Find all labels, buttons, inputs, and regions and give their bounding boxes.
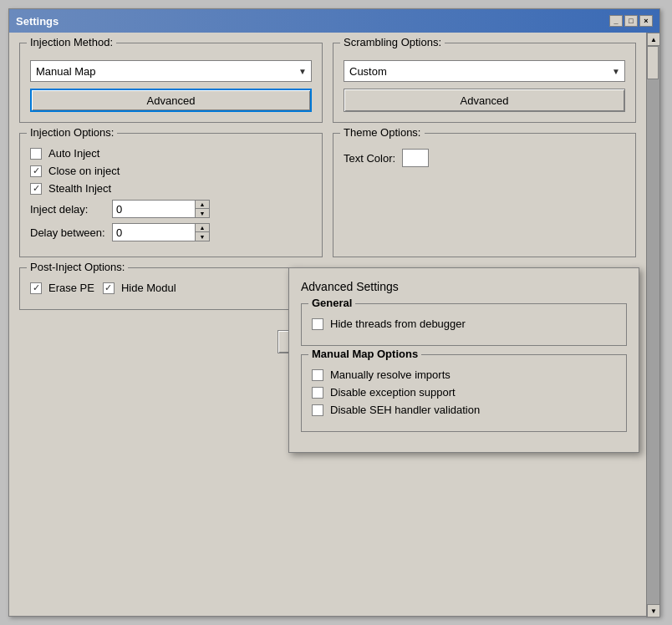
maximize-button[interactable]: □: [624, 15, 638, 27]
text-color-picker[interactable]: [402, 149, 429, 167]
general-group: General Hide threads from debugger: [301, 303, 627, 346]
stealth-inject-row: Stealth Inject: [30, 182, 312, 195]
delay-between-spinbox: ▲ ▼: [112, 223, 210, 241]
auto-inject-label: Auto Inject: [48, 147, 99, 160]
hide-module-label: Hide Modul: [121, 282, 176, 294]
title-bar-buttons: _ □ ×: [609, 15, 653, 27]
disable-exception-row: Disable exception support: [312, 386, 616, 399]
manually-resolve-checkbox[interactable]: [312, 369, 323, 381]
manually-resolve-row: Manually resolve imports: [312, 368, 616, 381]
post-inject-options-title: Post-Inject Options:: [27, 261, 128, 273]
title-bar: Settings _ □ ×: [9, 9, 659, 33]
disable-seh-row: Disable SEH handler validation: [312, 404, 616, 416]
scroll-up-button[interactable]: ▲: [647, 33, 660, 46]
advanced-settings-popup: Advanced Settings General Hide threads f…: [288, 267, 639, 453]
scrollbar: ▲ ▼: [646, 33, 659, 617]
delay-between-down-button[interactable]: ▼: [196, 232, 209, 241]
theme-options-group: Theme Options: Text Color:: [333, 133, 636, 257]
post-inject-options-group: Post-Inject Options: Erase PE Hide Modul: [19, 267, 323, 310]
hide-threads-checkbox[interactable]: [312, 318, 323, 330]
injection-method-title: Injection Method:: [27, 36, 116, 48]
close-button[interactable]: ×: [639, 15, 653, 27]
inject-delay-input[interactable]: [112, 200, 196, 218]
scroll-down-button[interactable]: ▼: [647, 604, 660, 617]
injection-method-group: Injection Method: Manual Map LoadLibrary…: [19, 43, 323, 123]
injection-method-dropdown[interactable]: Manual Map LoadLibrary LdrLoadDll: [30, 60, 312, 82]
hide-threads-row: Hide threads from debugger: [312, 318, 616, 330]
erase-pe-label: Erase PE: [48, 282, 94, 294]
inject-delay-label: Inject delay:: [30, 203, 105, 216]
inject-delay-down-button[interactable]: ▼: [196, 209, 209, 217]
erase-pe-row: Erase PE: [30, 282, 94, 294]
window-title: Settings: [16, 15, 59, 28]
disable-exception-checkbox[interactable]: [312, 387, 323, 399]
close-on-inject-label: Close on inject: [48, 165, 120, 177]
disable-seh-checkbox[interactable]: [312, 404, 323, 416]
injection-method-advanced-button[interactable]: Advanced: [30, 89, 312, 112]
scrambling-options-title: Scrambling Options:: [340, 36, 445, 48]
theme-options-title: Theme Options:: [340, 126, 425, 139]
disable-seh-label: Disable SEH handler validation: [330, 404, 480, 416]
manually-resolve-label: Manually resolve imports: [330, 368, 451, 381]
scroll-thumb[interactable]: [647, 46, 659, 79]
scrambling-options-group: Scrambling Options: Custom None Standard…: [333, 43, 636, 123]
delay-between-arrows: ▲ ▼: [196, 223, 210, 241]
auto-inject-row: Auto Inject: [30, 147, 312, 160]
post-inject-checkboxes-row: Erase PE Hide Modul: [30, 277, 312, 299]
auto-inject-checkbox[interactable]: [30, 148, 42, 160]
inject-delay-up-button[interactable]: ▲: [196, 201, 209, 209]
delay-between-up-button[interactable]: ▲: [196, 224, 209, 232]
minimize-button[interactable]: _: [609, 15, 623, 27]
manual-map-options-group: Manual Map Options Manually resolve impo…: [301, 354, 627, 432]
hide-threads-label: Hide threads from debugger: [330, 318, 466, 330]
inject-delay-arrows: ▲ ▼: [196, 200, 210, 218]
text-color-label: Text Color:: [344, 152, 395, 165]
disable-exception-label: Disable exception support: [330, 386, 456, 399]
injection-options-title: Injection Options:: [27, 126, 117, 139]
delay-between-row: Delay between: ▲ ▼: [30, 223, 312, 241]
text-color-row: Text Color:: [344, 149, 625, 167]
advanced-settings-title: Advanced Settings: [301, 280, 627, 293]
inject-delay-row: Inject delay: ▲ ▼: [30, 200, 312, 218]
manual-map-options-title: Manual Map Options: [308, 348, 421, 360]
general-group-title: General: [308, 297, 355, 309]
delay-between-input[interactable]: [112, 223, 196, 241]
hide-module-row: Hide Modul: [103, 282, 176, 294]
close-on-inject-checkbox[interactable]: [30, 165, 42, 177]
scrambling-options-dropdown[interactable]: Custom None Standard: [344, 60, 625, 82]
close-on-inject-row: Close on inject: [30, 165, 312, 177]
hide-module-checkbox[interactable]: [103, 282, 115, 294]
delay-between-label: Delay between:: [30, 226, 105, 239]
stealth-inject-checkbox[interactable]: [30, 183, 42, 195]
injection-options-group: Injection Options: Auto Inject Close on …: [19, 133, 323, 257]
erase-pe-checkbox[interactable]: [30, 282, 42, 294]
scrambling-advanced-button[interactable]: Advanced: [344, 89, 625, 112]
scroll-track: [647, 46, 659, 604]
inject-delay-spinbox: ▲ ▼: [112, 200, 210, 218]
stealth-inject-label: Stealth Inject: [48, 182, 111, 195]
